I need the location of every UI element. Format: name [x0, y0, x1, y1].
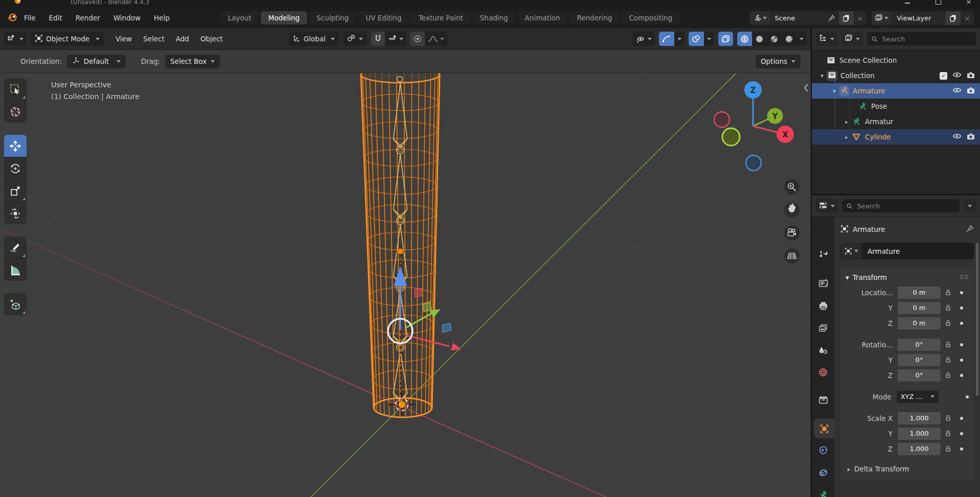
remove-viewlayer-button[interactable]: × [961, 11, 974, 25]
zoom-button[interactable] [784, 179, 800, 195]
lock-icon[interactable] [941, 304, 956, 311]
object-name-input[interactable] [862, 243, 974, 259]
outliner-search[interactable] [867, 32, 976, 45]
lock-icon[interactable] [941, 445, 956, 452]
menu-window[interactable]: Window [107, 14, 147, 22]
mode-dropdown[interactable]: Object Mode [31, 32, 104, 46]
animate-dot[interactable] [966, 395, 969, 398]
menu-select[interactable]: Select [138, 35, 170, 43]
tab-constraints[interactable] [812, 463, 834, 482]
location-x-field[interactable]: 0 m [898, 287, 941, 299]
tool-transform[interactable] [4, 202, 27, 224]
outliner-row-armature-data[interactable]: ▸ Armatur [812, 114, 980, 129]
collection-expand-icon[interactable]: ▾ [818, 73, 826, 79]
tab-modeling[interactable]: Modeling [261, 11, 307, 25]
menu-help[interactable]: Help [147, 14, 176, 22]
animate-dot[interactable] [960, 359, 963, 362]
location-y-field[interactable]: 0 m [898, 302, 941, 314]
tab-compositing[interactable]: Compositing [621, 11, 680, 25]
tab-texture-paint[interactable]: Texture Paint [411, 11, 471, 25]
maximize-button[interactable] [934, 0, 942, 6]
tool-add-cube[interactable] [4, 293, 27, 315]
disable-render-camera-icon[interactable] [967, 133, 975, 141]
panel-collapse-icon[interactable]: ▾ [846, 273, 849, 281]
unlink-scene-button[interactable]: × [854, 11, 867, 25]
overlays-dropdown[interactable] [704, 32, 714, 46]
menu-view[interactable]: View [110, 35, 138, 43]
properties-search-input[interactable] [856, 202, 955, 210]
lock-icon[interactable] [941, 341, 956, 348]
rotation-y-field[interactable]: 0° [898, 354, 941, 366]
rotation-mode-dropdown[interactable]: XYZ ... [897, 391, 939, 403]
show-overlays-toggle[interactable] [689, 32, 704, 46]
gizmo-plane-xy[interactable] [442, 323, 451, 332]
outliner-row-cylinder[interactable]: ▸ Cylinde [812, 129, 980, 145]
tab-output[interactable] [812, 296, 834, 315]
proportional-falloff-dropdown[interactable] [425, 32, 447, 46]
tab-scene[interactable] [812, 340, 834, 360]
nav-axis-x-neg[interactable] [714, 112, 730, 127]
editor-type-button[interactable] [4, 32, 27, 46]
viewlayer-name[interactable]: ViewLayer [892, 14, 946, 22]
camera-view-button[interactable] [784, 225, 800, 241]
transform-orientation-dropdown[interactable]: Global [289, 32, 339, 46]
delta-transform-row[interactable]: ▸ Delta Transform [848, 465, 969, 473]
minimize-button[interactable] [903, 0, 911, 6]
tool-rotate[interactable] [4, 157, 27, 180]
rotation-x-field[interactable]: 0° [898, 339, 941, 351]
tab-tool[interactable] [812, 245, 834, 264]
snap-target-dropdown[interactable] [385, 32, 406, 46]
animate-dot[interactable] [960, 374, 963, 377]
animate-dot[interactable] [960, 432, 963, 435]
tool-select-box[interactable] [4, 78, 27, 101]
shading-rendered-button[interactable] [782, 32, 796, 46]
gizmo-dropdown[interactable] [674, 32, 685, 46]
properties-editor-type-dropdown[interactable] [816, 199, 838, 213]
blender-menu-logo-icon[interactable] [6, 12, 17, 25]
tab-world[interactable] [812, 363, 834, 382]
lock-icon[interactable] [941, 357, 956, 363]
shading-wireframe-button[interactable] [737, 32, 752, 46]
expand-icon[interactable]: ▸ [842, 134, 851, 140]
gizmo-x-arrow[interactable] [407, 336, 449, 346]
snap-toggle[interactable] [371, 32, 385, 46]
tab-animation[interactable]: Animation [517, 11, 568, 25]
pivot-point-dropdown[interactable] [343, 32, 367, 46]
scale-z-field[interactable]: 1.000 [898, 443, 941, 455]
drag-mode-dropdown[interactable]: Select Box [165, 55, 220, 68]
tab-physics[interactable] [812, 440, 834, 460]
selected-bone-tip[interactable] [397, 248, 404, 254]
expand-icon[interactable]: ▸ [842, 119, 851, 125]
new-viewlayer-button[interactable] [946, 11, 961, 25]
shading-material-button[interactable] [767, 32, 782, 46]
scale-y-field[interactable]: 1.000 [898, 428, 941, 440]
tab-object-data[interactable] [812, 485, 834, 497]
tab-layout[interactable]: Layout [220, 11, 259, 25]
lock-icon[interactable] [941, 289, 956, 296]
lock-icon[interactable] [941, 415, 956, 421]
panel-grip-icon[interactable]: ⠿⠿ [960, 274, 969, 281]
tab-shading[interactable]: Shading [472, 11, 516, 25]
tool-measure[interactable] [4, 259, 27, 281]
outliner-row-scene-collection[interactable]: Scene Collection [812, 53, 980, 68]
lock-icon[interactable] [941, 430, 956, 437]
armature-expand-icon[interactable]: ▾ [830, 88, 838, 94]
properties-search[interactable] [842, 199, 960, 212]
tab-uv-editing[interactable]: UV Editing [358, 11, 409, 25]
lock-icon[interactable] [941, 320, 956, 326]
ortho-grid-button[interactable] [784, 248, 800, 264]
menu-add[interactable]: Add [170, 35, 195, 43]
tab-rendering[interactable]: Rendering [569, 11, 620, 25]
properties-options-dropdown[interactable] [964, 199, 976, 213]
orientation-default-dropdown[interactable]: Default [67, 55, 126, 68]
outliner-row-armature[interactable]: ▾ Armature [812, 83, 980, 99]
proportional-editing-toggle[interactable] [411, 32, 425, 46]
tab-view-layer[interactable] [812, 318, 834, 338]
transform-panel-header[interactable]: ▾ Transform ⠿⠿ [846, 271, 969, 284]
outliner-search-input[interactable] [881, 35, 972, 43]
tab-sculpting[interactable]: Sculpting [309, 11, 356, 25]
tool-cursor[interactable] [4, 101, 27, 123]
exclude-checkbox[interactable]: ✓ [940, 72, 947, 80]
menu-render[interactable]: Render [69, 14, 107, 22]
lock-icon[interactable] [941, 372, 956, 378]
